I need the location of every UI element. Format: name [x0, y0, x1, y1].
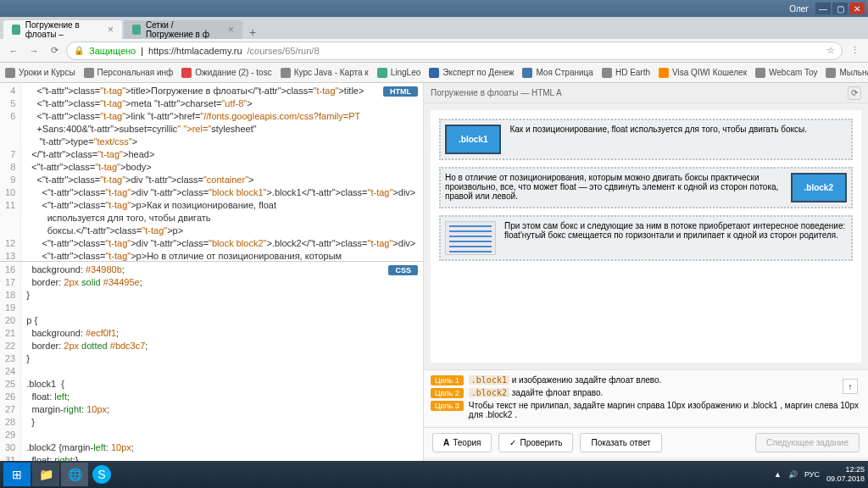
goals-panel: ↑ Цель 1 .block1 и изображению задайте ф… [424, 369, 868, 427]
secure-label: Защищено [89, 46, 136, 56]
bookmark-item[interactable]: LingLeo [377, 68, 421, 78]
tab-active[interactable]: Погружение в флоаты – × [3, 20, 122, 39]
line-gutter: 16171819202122232425262728293031323334 [0, 262, 21, 473]
lock-icon: 🔒 [74, 46, 84, 55]
bookmark-item[interactable]: Visa QIWI Кошелек [659, 68, 747, 78]
html-editor[interactable]: HTML 45678910111213 <"t-attr">class="t-t… [0, 83, 423, 262]
clock[interactable]: 12:25 09.07.2018 [826, 465, 865, 473]
bookmark-item[interactable]: Моя Страница [522, 68, 593, 78]
preview-header: Погружение в флоаты — HTML A ⟳ [424, 83, 868, 103]
tab-close-icon[interactable]: × [228, 24, 234, 36]
tab-favicon-icon [132, 25, 141, 35]
code-content[interactable]: background: #34980b; border: 2px solid #… [21, 262, 153, 473]
lang-badge: HTML [383, 86, 418, 97]
minimize-button[interactable]: — [815, 3, 831, 14]
bookmark-icon [5, 68, 15, 78]
lang-badge: CSS [388, 265, 418, 275]
tab-favicon-icon [12, 25, 20, 35]
code-content[interactable]: <"t-attr">class="t-tag">title>Погружение… [21, 83, 420, 262]
goal-item: Цель 3 Чтобы текст не прилипал, задайте … [431, 401, 861, 419]
bookmark-icon [181, 68, 192, 78]
preview-block2: .block2 [791, 173, 847, 202]
preview-image [445, 221, 496, 255]
preview-para: .block2 Но в отличие от позиционирования… [439, 167, 853, 208]
preview-block1: .block1 [445, 125, 501, 154]
maximize-button[interactable]: ▢ [832, 3, 848, 14]
tray-icon[interactable]: 🔊 [788, 470, 798, 473]
check-button[interactable]: ✓ Проверить [498, 433, 573, 452]
next-task-button[interactable]: Следующее задание [755, 433, 860, 452]
tray-icon[interactable]: ▲ [774, 470, 782, 473]
goal-badge: Цель 2 [431, 388, 464, 398]
url-path: /courses/65/run/8 [248, 46, 320, 56]
bookmark-icon [377, 68, 387, 78]
menu-button[interactable]: ⋮ [846, 42, 863, 59]
bookmarks-bar: Уроки и Курсы Персональная инф Ожидание … [0, 63, 868, 83]
star-icon[interactable]: ☆ [826, 45, 835, 56]
bookmark-icon [826, 68, 836, 78]
preview-frame: .block1 Как и позиционирование, float ис… [431, 110, 861, 363]
tab-add-button[interactable]: + [244, 25, 261, 39]
bookmark-icon [522, 68, 532, 78]
bookmark-item[interactable]: Курс Java - Карта к [281, 68, 369, 78]
back-button[interactable]: ← [5, 42, 22, 59]
address-bar: ← → ⟳ 🔒 Защищено | https://htmlacademy.r… [0, 39, 868, 63]
bookmark-icon [84, 68, 94, 78]
bookmark-item[interactable]: HD Earth [602, 68, 650, 78]
tab-title: Сетки / Погружение в ф [146, 20, 223, 39]
goal-item: Цель 1 .block1 и изображению задайте фло… [431, 375, 839, 385]
taskbar-skype[interactable]: S [92, 465, 111, 473]
url-input[interactable]: 🔒 Защищено | https://htmlacademy.ru/cour… [66, 42, 843, 60]
theory-button[interactable]: A Теория [432, 433, 492, 452]
goal-item: Цель 2 .block2 задайте флоат вправо. [431, 388, 839, 398]
lang-indicator[interactable]: РУС [804, 470, 820, 473]
browser-tabs: Погружение в флоаты – × Сетки / Погружен… [0, 17, 868, 39]
preview-para: .block1 Как и позиционирование, float ис… [439, 119, 853, 160]
window-titlebar: Олег — ▢ ✕ [0, 0, 868, 17]
line-gutter: 45678910111213 [0, 83, 21, 262]
css-editor[interactable]: CSS 161718192021222324252627282930313233… [0, 262, 423, 473]
bookmark-icon [281, 68, 291, 78]
bookmark-item[interactable]: Уроки и Курсы [5, 68, 75, 78]
user-label: Олег [789, 4, 809, 14]
goal-badge: Цель 1 [431, 375, 464, 385]
tab-close-icon[interactable]: × [108, 24, 114, 36]
tab-title: Погружение в флоаты – [25, 20, 103, 39]
taskbar: ⊞ 📁 🌐 S ▲ 🔊 РУС 12:25 09.07.2018 [0, 461, 868, 473]
bookmark-item[interactable]: Эксперт по Денеж [429, 68, 514, 78]
action-bar: A Теория ✓ Проверить Показать ответ След… [424, 427, 868, 458]
bookmark-item[interactable]: Ожидание (2) - tosc [181, 68, 271, 78]
goal-badge: Цель 3 [431, 401, 464, 411]
bookmark-item[interactable]: Персональная инф [84, 68, 174, 78]
scroll-up-button[interactable]: ↑ [843, 379, 858, 394]
bookmark-icon [429, 68, 439, 78]
close-button[interactable]: ✕ [849, 3, 865, 14]
show-answer-button[interactable]: Показать ответ [580, 433, 661, 452]
preview-para: При этом сам бокс и следующие за ним в п… [439, 215, 853, 261]
tab-inactive[interactable]: Сетки / Погружение в ф × [124, 20, 242, 39]
bookmark-icon [659, 68, 669, 78]
bookmark-icon [755, 68, 765, 78]
reload-button[interactable]: ⟳ [46, 42, 63, 59]
refresh-button[interactable]: ⟳ [848, 86, 861, 100]
forward-button[interactable]: → [25, 42, 42, 59]
start-button[interactable]: ⊞ [3, 463, 31, 473]
taskbar-explorer[interactable]: 📁 [32, 463, 59, 473]
bookmark-item[interactable]: Мыльная основа ку [826, 68, 868, 78]
bookmark-item[interactable]: Webcam Toy [755, 68, 817, 78]
preview-title: Погружение в флоаты — HTML A [431, 88, 562, 97]
taskbar-chrome[interactable]: 🌐 [61, 463, 88, 473]
url-host: https://htmlacademy.ru [148, 46, 242, 56]
bookmark-icon [602, 68, 612, 78]
